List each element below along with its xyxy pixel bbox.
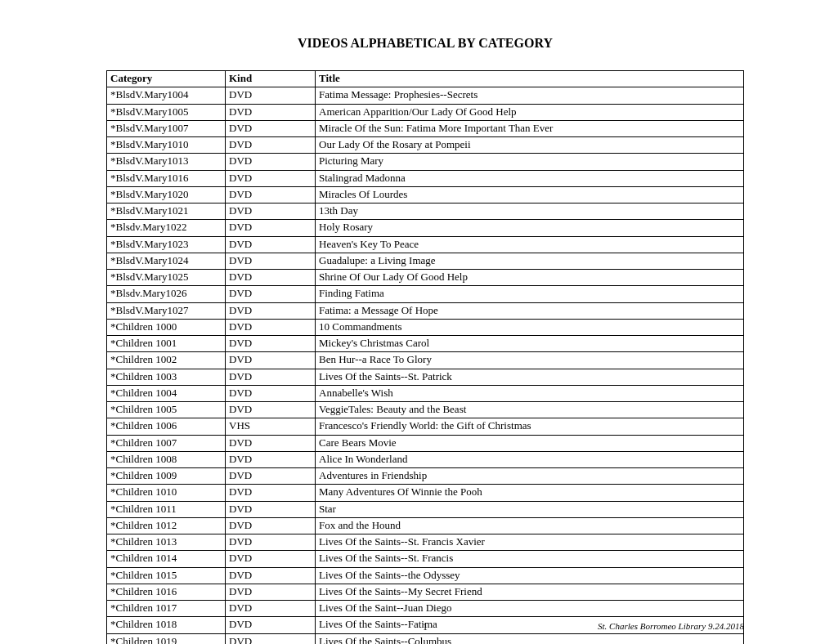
cell-category: *Children 1010 <box>107 485 226 501</box>
cell-kind: DVD <box>226 319 316 335</box>
cell-category: *BlsdV.Mary1025 <box>107 270 226 286</box>
cell-kind: DVD <box>226 451 316 467</box>
cell-category: *Children 1017 <box>107 601 226 617</box>
table-row: *Children 1010DVDMany Adventures Of Winn… <box>107 485 744 501</box>
cell-category: *Children 1016 <box>107 584 226 600</box>
table-row: *BlsdV.Mary1020DVDMiracles Of Lourdes <box>107 186 744 203</box>
table-row: *Children 1019DVDLives Of the Saints--Co… <box>107 633 744 644</box>
cell-category: *Children 1005 <box>107 402 226 418</box>
cell-title: Fatima Message: Prophesies--Secrets <box>316 87 744 104</box>
cell-title: Stalingrad Madonna <box>316 170 744 186</box>
cell-kind: DVD <box>226 385 316 401</box>
table-row: *Children 1001DVDMickey's Christmas Caro… <box>107 336 744 352</box>
cell-kind: DVD <box>226 302 316 319</box>
table-row: *BlsdV.Mary1023DVDHeaven's Key To Peace <box>107 236 744 253</box>
table-row: *Children 1008DVDAlice In Wonderland <box>107 451 744 467</box>
cell-kind: DVD <box>226 534 316 551</box>
table-row: *Children 1017DVDLives Of the Saint--Jua… <box>107 601 744 617</box>
cell-kind: DVD <box>226 253 316 269</box>
cell-title: Lives Of the Saints--St. Francis Xavier <box>316 534 744 551</box>
cell-title: Lives Of the Saints--St. Francis <box>316 551 744 567</box>
cell-kind: DVD <box>226 584 316 600</box>
cell-kind: DVD <box>226 220 316 236</box>
page: VIDEOS ALPHABETICAL BY CATEGORY Category… <box>0 0 834 644</box>
cell-kind: DVD <box>226 567 316 584</box>
cell-title: Star <box>316 501 744 517</box>
cell-title: VeggieTales: Beauty and the Beast <box>316 402 744 418</box>
cell-kind: DVD <box>226 186 316 203</box>
table-row: *Children 1009DVDAdventures in Friendshi… <box>107 468 744 485</box>
cell-kind: DVD <box>226 120 316 136</box>
cell-title: Francesco's Friendly World: the Gift of … <box>316 418 744 435</box>
cell-kind: DVD <box>226 617 316 633</box>
table-row: *BlsdV.Mary1007DVDMiracle Of the Sun: Fa… <box>107 120 744 136</box>
cell-kind: DVD <box>226 104 316 120</box>
cell-title: Annabelle's Wish <box>316 385 744 401</box>
cell-kind: DVD <box>226 468 316 485</box>
cell-title: Heaven's Key To Peace <box>316 236 744 253</box>
cell-category: *BlsdV.Mary1023 <box>107 236 226 253</box>
cell-kind: DVD <box>226 336 316 352</box>
cell-kind: DVD <box>226 435 316 451</box>
cell-category: *BlsdV.Mary1021 <box>107 203 226 220</box>
table-row: *Children 1015DVDLives Of the Saints--th… <box>107 567 744 584</box>
table-row: *Children 1007DVDCare Bears Movie <box>107 435 744 451</box>
cell-kind: DVD <box>226 601 316 617</box>
cell-kind: DVD <box>226 485 316 501</box>
cell-kind: DVD <box>226 170 316 186</box>
cell-title: Lives Of the Saints--St. Patrick <box>316 369 744 385</box>
cell-kind: DVD <box>226 203 316 220</box>
cell-kind: DVD <box>226 154 316 170</box>
cell-title: Finding Fatima <box>316 286 744 302</box>
cell-category: *BlsdV.Mary1013 <box>107 154 226 170</box>
table-row: *Children 1012DVDFox and the Hound <box>107 517 744 534</box>
cell-kind: VHS <box>226 418 316 435</box>
cell-category: *Children 1011 <box>107 501 226 517</box>
table-row: *Children 1000DVD10 Commandments <box>107 319 744 335</box>
cell-title: Lives Of the Saints--the Odyssey <box>316 567 744 584</box>
cell-category: *BlsdV.Mary1010 <box>107 137 226 154</box>
cell-kind: DVD <box>226 87 316 104</box>
cell-kind: DVD <box>226 633 316 644</box>
cell-title: Fatima: a Message Of Hope <box>316 302 744 319</box>
cell-title: Picturing Mary <box>316 154 744 170</box>
table-row: *Children 1016DVDLives Of the Saints--My… <box>107 584 744 600</box>
cell-category: *Children 1002 <box>107 352 226 369</box>
page-number: 1 <box>423 621 428 633</box>
cell-kind: DVD <box>226 236 316 253</box>
table-row: *BlsdV.Mary1013DVDPicturing Mary <box>107 154 744 170</box>
cell-category: *BlsdV.Mary1020 <box>107 186 226 203</box>
cell-category: *Children 1013 <box>107 534 226 551</box>
cell-category: *Blsdv.Mary1022 <box>107 220 226 236</box>
table-row: *BlsdV.Mary1025DVDShrine Of Our Lady Of … <box>107 270 744 286</box>
table-row: *BlsdV.Mary1016DVDStalingrad Madonna <box>107 170 744 186</box>
table-row: *Children 1006VHSFrancesco's Friendly Wo… <box>107 418 744 435</box>
cell-title: 13th Day <box>316 203 744 220</box>
table-row: *Blsdv.Mary1026DVDFinding Fatima <box>107 286 744 302</box>
table-header-row: Category Kind Title <box>107 71 744 87</box>
videos-table: Category Kind Title *BlsdV.Mary1004DVDFa… <box>106 70 744 644</box>
cell-category: *BlsdV.Mary1016 <box>107 170 226 186</box>
cell-kind: DVD <box>226 286 316 302</box>
cell-category: *BlsdV.Mary1005 <box>107 104 226 120</box>
cell-title: Miracle Of the Sun: Fatima More Importan… <box>316 120 744 136</box>
cell-title: Lives Of the Saint--Juan Diego <box>316 601 744 617</box>
cell-category: *Children 1000 <box>107 319 226 335</box>
table-row: *BlsdV.Mary1027DVDFatima: a Message Of H… <box>107 302 744 319</box>
cell-title: Mickey's Christmas Carol <box>316 336 744 352</box>
table-row: *BlsdV.Mary1004DVDFatima Message: Prophe… <box>107 87 744 104</box>
cell-category: *Children 1006 <box>107 418 226 435</box>
cell-category: *Children 1014 <box>107 551 226 567</box>
table-row: *Children 1011DVDStar <box>107 501 744 517</box>
cell-category: *Children 1012 <box>107 517 226 534</box>
table-row: *Children 1004DVDAnnabelle's Wish <box>107 385 744 401</box>
col-header-title: Title <box>316 71 744 87</box>
cell-kind: DVD <box>226 369 316 385</box>
cell-kind: DVD <box>226 501 316 517</box>
cell-title: Care Bears Movie <box>316 435 744 451</box>
footnote: St. Charles Borromeo Library 9.24.2018 <box>598 621 744 631</box>
cell-kind: DVD <box>226 352 316 369</box>
cell-category: *Blsdv.Mary1026 <box>107 286 226 302</box>
cell-title: Holy Rosary <box>316 220 744 236</box>
cell-category: *BlsdV.Mary1027 <box>107 302 226 319</box>
